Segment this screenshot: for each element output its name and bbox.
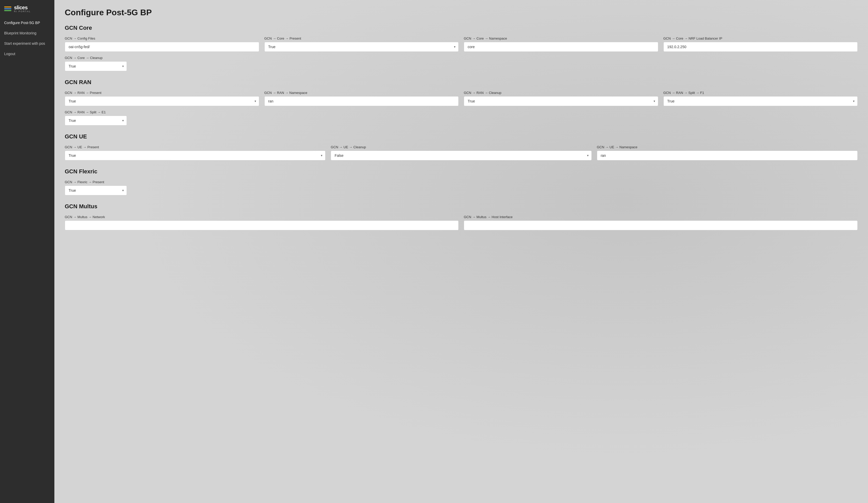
field-label: GCN → RAN → Cleanup [464, 91, 658, 95]
section-title-gcn-ran: GCN RAN [65, 79, 858, 86]
field-select-wrapper: TrueFalse▾ [265, 42, 459, 52]
field-group: GCN → RAN → Split → E1TrueFalse▾ [65, 110, 127, 125]
field-input[interactable] [464, 220, 858, 230]
section-title-gcn-core: GCN Core [65, 24, 858, 31]
sections-container: GCN CoreGCN → Config FilesGCN → Core → P… [65, 24, 858, 230]
fields-row: GCN → RAN → PresentTrueFalse▾GCN → RAN →… [65, 91, 858, 106]
logo-area: slices RI PORTAL [0, 0, 54, 18]
fields-row: GCN → RAN → Split → E1TrueFalse▾ [65, 110, 858, 125]
logo-name: slices [14, 5, 31, 10]
field-label: GCN → Core → Cleanup [65, 56, 127, 60]
field-label: GCN → RAN → Split → E1 [65, 110, 127, 114]
main-content: Configure Post-5G BP GCN CoreGCN → Confi… [54, 0, 868, 503]
field-group: GCN → Core → PresentTrueFalse▾ [265, 36, 459, 52]
field-group: GCN → Multus → Host Interface [464, 215, 858, 230]
field-label: GCN → Core → Namespace [464, 36, 658, 40]
field-select[interactable]: TrueFalse [331, 150, 591, 160]
nav-items: Configure Post-5G BPBlueprint Monitoring… [0, 18, 54, 59]
logo-bar-blue [4, 8, 11, 9]
field-group: GCN → Config Files [65, 36, 259, 52]
field-group: GCN → RAN → CleanupTrueFalse▾ [464, 91, 658, 106]
field-label: GCN → RAN → Namespace [265, 91, 459, 95]
field-select-wrapper: TrueFalse▾ [65, 116, 127, 125]
section-title-gcn-multus: GCN Multus [65, 203, 858, 210]
field-input[interactable] [464, 42, 658, 52]
field-label: GCN → Config Files [65, 36, 259, 40]
field-select-wrapper: TrueFalse▾ [464, 96, 658, 106]
field-group: GCN → Flexric → PresentTrueFalse▾ [65, 180, 127, 195]
section-gcn-ue: GCN UEGCN → UE → PresentTrueFalse▾GCN → … [65, 133, 858, 160]
sidebar-nav-item[interactable]: Start experiment with pos [0, 38, 54, 49]
field-label: GCN → RAN → Split → F1 [663, 91, 858, 95]
field-label: GCN → Multus → Host Interface [464, 215, 858, 219]
field-label: GCN → Flexric → Present [65, 180, 127, 184]
field-select-wrapper: TrueFalse▾ [331, 150, 591, 160]
section-gcn-flexric: GCN FlexricGCN → Flexric → PresentTrueFa… [65, 168, 858, 195]
field-input[interactable] [65, 42, 259, 52]
logo-subtitle: RI PORTAL [14, 10, 31, 13]
field-group: GCN → Core → CleanupTrueFalse▾ [65, 56, 127, 71]
fields-row: GCN → Multus → NetworkGCN → Multus → Hos… [65, 215, 858, 230]
field-select[interactable]: TrueFalse [65, 150, 326, 160]
sidebar-nav-item[interactable]: Configure Post-5G BP [0, 18, 54, 28]
field-select[interactable]: TrueFalse [65, 96, 259, 106]
field-group: GCN → Core → Namespace [464, 36, 658, 52]
logo-icon [4, 7, 11, 11]
sidebar-nav-item[interactable]: Logout [0, 49, 54, 59]
field-select[interactable]: TrueFalse [65, 116, 127, 125]
field-group: GCN → RAN → Namespace [265, 91, 459, 106]
section-gcn-core: GCN CoreGCN → Config FilesGCN → Core → P… [65, 24, 858, 71]
field-label: GCN → Core → NRF Load Balancer IP [663, 36, 858, 40]
field-select-wrapper: TrueFalse▾ [65, 186, 127, 195]
page-title: Configure Post-5G BP [65, 8, 858, 17]
logo-bar-green [4, 10, 11, 11]
field-input[interactable] [265, 96, 459, 106]
field-select[interactable]: TrueFalse [65, 61, 127, 71]
field-label: GCN → RAN → Present [65, 91, 259, 95]
field-group: GCN → Core → NRF Load Balancer IP [663, 36, 858, 52]
section-gcn-ran: GCN RANGCN → RAN → PresentTrueFalse▾GCN … [65, 79, 858, 125]
field-select-wrapper: TrueFalse▾ [65, 150, 326, 160]
field-input[interactable] [663, 42, 858, 52]
field-label: GCN → UE → Present [65, 145, 326, 149]
fields-row: GCN → Core → CleanupTrueFalse▾ [65, 56, 858, 71]
field-label: GCN → UE → Cleanup [331, 145, 591, 149]
field-select[interactable]: TrueFalse [663, 96, 858, 106]
logo-bar-orange [4, 7, 11, 8]
field-select-wrapper: TrueFalse▾ [65, 61, 127, 71]
sidebar-nav-item[interactable]: Blueprint Monitoring [0, 28, 54, 38]
logo-text: slices RI PORTAL [14, 5, 31, 13]
field-group: GCN → Multus → Network [65, 215, 458, 230]
fields-row: GCN → Flexric → PresentTrueFalse▾ [65, 180, 858, 195]
field-group: GCN → UE → CleanupTrueFalse▾ [331, 145, 591, 160]
field-label: GCN → Multus → Network [65, 215, 458, 219]
field-label: GCN → UE → Namespace [597, 145, 858, 149]
field-select[interactable]: TrueFalse [65, 186, 127, 195]
section-title-gcn-flexric: GCN Flexric [65, 168, 858, 175]
field-input[interactable] [65, 220, 458, 230]
field-input[interactable] [597, 150, 858, 160]
field-select[interactable]: TrueFalse [265, 42, 459, 52]
field-group: GCN → RAN → PresentTrueFalse▾ [65, 91, 259, 106]
fields-row: GCN → Config FilesGCN → Core → PresentTr… [65, 36, 858, 52]
field-group: GCN → RAN → Split → F1TrueFalse▾ [663, 91, 858, 106]
field-select-wrapper: TrueFalse▾ [65, 96, 259, 106]
field-select-wrapper: TrueFalse▾ [663, 96, 858, 106]
sidebar: slices RI PORTAL Configure Post-5G BPBlu… [0, 0, 54, 503]
field-select[interactable]: TrueFalse [464, 96, 658, 106]
field-group: GCN → UE → PresentTrueFalse▾ [65, 145, 326, 160]
field-label: GCN → Core → Present [265, 36, 459, 40]
fields-row: GCN → UE → PresentTrueFalse▾GCN → UE → C… [65, 145, 858, 160]
field-group: GCN → UE → Namespace [597, 145, 858, 160]
section-title-gcn-ue: GCN UE [65, 133, 858, 140]
section-gcn-multus: GCN MultusGCN → Multus → NetworkGCN → Mu… [65, 203, 858, 230]
